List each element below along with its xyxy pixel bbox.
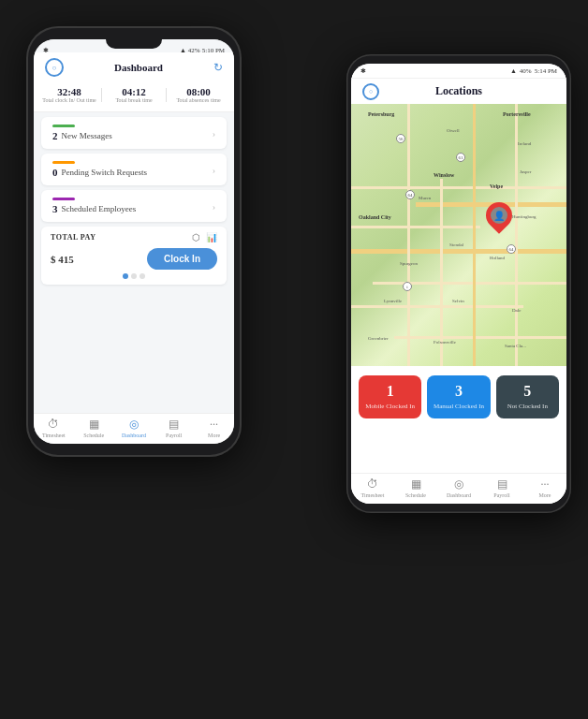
dashboard-label-right: Dashboard bbox=[447, 492, 471, 498]
dot-3 bbox=[140, 273, 145, 279]
manual-clocked-number: 3 bbox=[455, 383, 463, 400]
stat-break-label: Total break time bbox=[106, 97, 162, 104]
locations-logo: ○ bbox=[362, 83, 379, 100]
phone-left: ✱ ▲ 42% 5:10 PM ○ Dashboard ↻ 32:48 Tota… bbox=[26, 26, 242, 457]
time-right: 5:14 PM bbox=[535, 67, 557, 75]
pending-accent bbox=[52, 161, 75, 164]
road-v4 bbox=[440, 179, 443, 366]
nav-timesheet-right[interactable]: ⏱ Timesheet bbox=[351, 477, 394, 498]
timesheet-nav-label: Timesheet bbox=[42, 433, 66, 438]
locations-screen: ✱ ▲ 40% 5:14 PM ○ Locations bbox=[351, 64, 566, 504]
city-winslow: Winslow bbox=[434, 172, 454, 178]
not-clocked-card[interactable]: 5 Not Clocked In bbox=[496, 375, 559, 418]
clock-in-button[interactable]: Clock In bbox=[147, 248, 217, 270]
pending-switch-menu-item[interactable]: 0 Pending Switch Requests › bbox=[41, 154, 227, 185]
locations-header: ○ Locations bbox=[351, 79, 566, 104]
city-selvin: Selvin bbox=[452, 299, 464, 303]
dashboard-title: Dashboard bbox=[114, 62, 163, 73]
dashboard-icon-right: ◎ bbox=[454, 477, 463, 492]
city-folsomville: Folsomville bbox=[434, 340, 456, 345]
bottom-nav-right: ⏱ Timesheet ▦ Schedule ◎ Dashboard ▤ Pay… bbox=[351, 473, 566, 504]
city-holland: Holland bbox=[490, 256, 505, 260]
mobile-clocked-card[interactable]: 1 Mobile Clocked In bbox=[359, 375, 421, 418]
signal-icon: ▲ bbox=[180, 47, 186, 54]
schedule-nav-label: Schedule bbox=[83, 433, 104, 438]
manual-clocked-card[interactable]: 3 Manual Clocked In bbox=[427, 375, 490, 418]
stats-row: 32:48 Total clock In/ Out time 04:12 Tot… bbox=[34, 81, 234, 112]
battery-right: 40% bbox=[520, 67, 532, 75]
road-h4 bbox=[351, 249, 566, 254]
scheduled-menu-item[interactable]: 3 Scheduled Employees › bbox=[41, 190, 227, 222]
scheduled-label: Scheduled Employees bbox=[62, 204, 137, 213]
city-stendal: Stendal bbox=[449, 242, 463, 247]
route-61: 61 bbox=[456, 153, 465, 162]
city-velpe: Velpe bbox=[490, 183, 503, 189]
nav-schedule-left[interactable]: ▦ Schedule bbox=[74, 418, 114, 438]
pin-shape: 👤 bbox=[486, 202, 512, 228]
not-clocked-number: 5 bbox=[523, 383, 531, 400]
pending-item-left: 0 Pending Switch Requests bbox=[52, 161, 147, 178]
stat-absences-label: Total absences time bbox=[170, 97, 227, 104]
dot-2 bbox=[131, 273, 137, 279]
refresh-icon[interactable]: ↻ bbox=[213, 61, 223, 75]
city-lynnville: Lynnville bbox=[384, 299, 402, 303]
nav-dashboard-left[interactable]: ◎ Dashboard bbox=[114, 418, 154, 438]
nav-more-right[interactable]: ··· More bbox=[523, 477, 566, 498]
nav-schedule-right[interactable]: ▦ Schedule bbox=[394, 477, 437, 498]
notch bbox=[106, 39, 162, 49]
schedule-nav-icon: ▦ bbox=[89, 418, 99, 432]
payroll-icon-right: ▤ bbox=[497, 477, 507, 492]
battery-text: 42% bbox=[188, 47, 200, 54]
network-icon[interactable]: ⬡ bbox=[192, 232, 200, 242]
road-v1 bbox=[407, 104, 410, 366]
route-56: 56 bbox=[396, 134, 405, 143]
dashboard-header: ○ Dashboard ↻ bbox=[34, 52, 234, 81]
dot-1 bbox=[123, 273, 128, 279]
nav-dashboard-right[interactable]: ◎ Dashboard bbox=[437, 477, 480, 498]
scheduled-arrow-icon: › bbox=[213, 201, 215, 212]
city-huntingburg: Huntingburg bbox=[512, 214, 536, 219]
map-container[interactable]: 56 61 64 64 i Petersburg Portersville Ot… bbox=[351, 104, 566, 366]
messages-label: New Messages bbox=[62, 131, 112, 140]
road-h6 bbox=[351, 305, 523, 308]
route-i: i bbox=[403, 282, 412, 291]
more-label-right: More bbox=[539, 492, 551, 498]
more-nav-icon: ··· bbox=[210, 418, 218, 432]
messages-item-left: 2 New Messages bbox=[52, 125, 112, 141]
phone-right: ✱ ▲ 40% 5:14 PM ○ Locations bbox=[346, 54, 571, 513]
bluetooth-icon: ✱ bbox=[43, 47, 49, 54]
pay-amount: $ 415 bbox=[51, 254, 74, 265]
stat-clock-value: 32:48 bbox=[41, 86, 97, 97]
messages-badge: 2 bbox=[52, 130, 58, 141]
city-jasper: Jasper bbox=[520, 169, 532, 174]
total-pay-section: TOTAL PAY ⬡ 📊 $ 415 Clock In bbox=[41, 227, 227, 285]
map-pin[interactable]: 👤 bbox=[486, 202, 512, 228]
status-right: ▲ 42% 5:10 PM bbox=[180, 47, 225, 54]
stat-divider-1 bbox=[101, 88, 102, 102]
city-petersburg: Petersburg bbox=[368, 111, 394, 117]
bottom-nav-left: ⏱ Timesheet ▦ Schedule ◎ Dashboard ▤ Pay… bbox=[34, 413, 234, 444]
dashboard-screen: ✱ ▲ 42% 5:10 PM ○ Dashboard ↻ 32:48 Tota… bbox=[34, 39, 234, 444]
nav-more-left[interactable]: ··· More bbox=[194, 418, 234, 438]
messages-menu-item[interactable]: 2 New Messages › bbox=[41, 117, 227, 149]
payroll-nav-icon: ▤ bbox=[169, 418, 179, 432]
stat-divider-2 bbox=[166, 88, 167, 102]
city-dale: Dale bbox=[512, 308, 521, 313]
payroll-nav-label: Payroll bbox=[166, 433, 182, 438]
stat-clock: 32:48 Total clock In/ Out time bbox=[41, 86, 97, 104]
map-background: 56 61 64 64 i Petersburg Portersville Ot… bbox=[351, 104, 566, 366]
nav-payroll-right[interactable]: ▤ Payroll bbox=[480, 477, 523, 498]
road-h3 bbox=[351, 226, 480, 228]
mobile-clocked-number: 1 bbox=[387, 383, 394, 400]
scheduled-accent bbox=[52, 198, 75, 200]
road-h5 bbox=[373, 282, 566, 285]
status-right-2: ▲ 40% 5:14 PM bbox=[510, 67, 557, 75]
scheduled-badge: 3 bbox=[52, 203, 58, 214]
nav-timesheet-left[interactable]: ⏱ Timesheet bbox=[34, 418, 74, 438]
schedule-icon-right: ▦ bbox=[411, 477, 421, 492]
city-greenbrier: Greenbrier bbox=[368, 336, 389, 341]
chart-icon[interactable]: 📊 bbox=[206, 232, 217, 242]
total-pay-label: TOTAL PAY bbox=[51, 233, 96, 242]
nav-payroll-left[interactable]: ▤ Payroll bbox=[154, 418, 194, 438]
stat-break-value: 04:12 bbox=[106, 86, 162, 97]
